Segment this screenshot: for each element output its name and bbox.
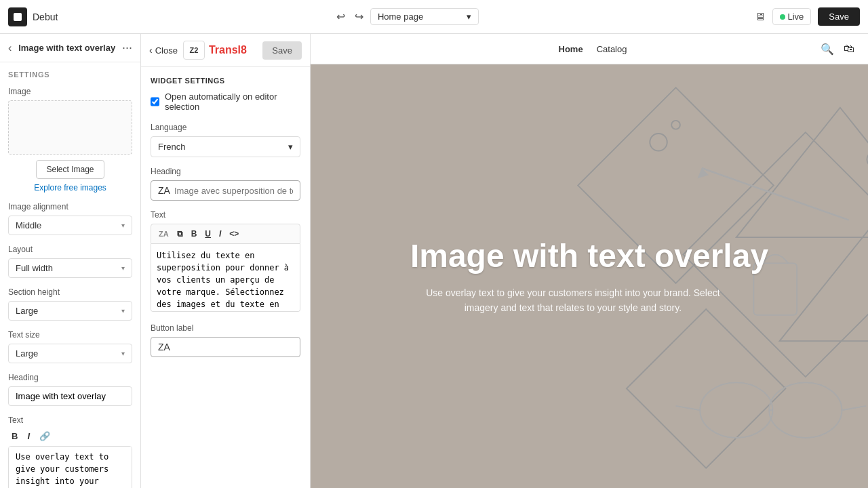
preview-nav-links: Home Catalog [559,44,627,54]
close-button[interactable]: ‹ Close [149,45,178,56]
left-panel: ‹ Image with text overlay ··· SETTINGS I… [0,34,141,488]
text-toolbar: B I 🔗 [8,429,132,443]
preview-area: Home Catalog 🔍 🛍 [311,34,868,488]
code-button[interactable]: <> [226,227,242,241]
auto-open-checkbox[interactable] [151,97,159,106]
language-label: Language [151,123,300,132]
svg-marker-3 [736,108,868,237]
main-layout: ‹ Image with text overlay ··· SETTINGS I… [0,34,868,488]
panel-header: ‹ Image with text overlay ··· [0,34,140,62]
store-icon [8,7,27,26]
undo-button[interactable]: ↩ [334,7,348,26]
section-height-label: Section height [8,287,132,297]
translation-save-button[interactable]: Save [262,41,302,60]
device-preview-button[interactable]: 🖥 [755,11,766,23]
italic-button[interactable]: I [24,429,33,443]
svg-line-16 [702,168,849,220]
settings-label: SETTINGS [8,70,132,79]
top-bar-left: Debut [8,7,58,26]
text-size-dropdown[interactable]: Large ▾ [8,344,132,363]
image-alignment-dropdown[interactable]: Middle ▾ [8,216,132,235]
panel-body: SETTINGS Image Select Image Explore free… [0,62,140,488]
select-image-button[interactable]: Select Image [36,160,104,179]
widget-settings-title: WIDGET SETTINGS [151,77,300,85]
translation-heading-label: Heading [151,167,300,176]
translation-panel: ‹ Close Z2 Transl8 Save WIDGET SETTINGS … [141,34,311,488]
layout-field: Layout Full width ▾ [8,245,132,278]
nav-catalog-link[interactable]: Catalog [597,44,627,54]
panel-title: Image with text overlay [12,43,122,53]
save-button[interactable]: Save [818,7,860,26]
button-label-translation-input[interactable] [174,342,293,352]
auto-open-row: Open automatically on editor selection [151,92,300,112]
text-label: Text [8,415,132,425]
button-label-input[interactable]: ZA [151,337,300,357]
hero-subtitle: Use overlay text to give your customers … [410,285,736,316]
explore-images-link[interactable]: Explore free images [8,183,132,192]
svg-point-12 [769,382,842,438]
image-alignment-field: Image alignment Middle ▾ [8,202,132,235]
svg-point-11 [700,382,772,438]
translation-text-label: Text [151,210,300,220]
bold-button[interactable]: B [8,429,21,443]
text-translation-textarea[interactable]: Utilisez du texte en superposition pour … [151,244,300,312]
translation-logo: Z2 Transl8 [183,41,257,60]
logo-icon: Z2 [183,41,205,60]
copy-button[interactable]: ⧉ [174,227,186,241]
svg-point-6 [671,121,680,129]
layout-dropdown[interactable]: Full width ▾ [8,258,132,278]
svg-line-14 [676,406,701,410]
preview-hero: Image with text overlay Use overlay text… [311,64,868,488]
heading-field: Heading [8,373,132,406]
logo-text: Transl8 [209,44,247,56]
top-bar-right: 🖥 Live Save [755,7,861,26]
text-editor-toolbar: ZA ⧉ B U I <> [151,224,300,244]
preview-nav-icons: 🔍 🛍 [821,43,854,56]
section-height-dropdown[interactable]: Large ▾ [8,301,132,321]
svg-marker-4 [780,211,868,341]
translation-panel-body: WIDGET SETTINGS Open automatically on ed… [141,67,310,488]
preview-nav: Home Catalog 🔍 🛍 [311,34,868,64]
italic-text-button[interactable]: I [216,227,224,241]
heading-label: Heading [8,373,132,382]
button-translate-flag: ZA [158,342,170,352]
translation-panel-header: ‹ Close Z2 Transl8 Save [141,34,310,67]
image-placeholder [8,100,132,155]
svg-line-15 [842,406,866,410]
hero-title: Image with text overlay [410,237,768,274]
svg-rect-0 [14,13,22,21]
image-label: Image [8,87,132,96]
link-button[interactable]: 🔗 [36,429,54,443]
heading-input[interactable] [8,386,132,406]
cart-icon[interactable]: 🛍 [844,43,854,55]
text-size-label: Text size [8,330,132,340]
redo-button[interactable]: ↪ [352,7,366,26]
top-bar-center: ↩ ↪ Home page ▾ [64,7,747,26]
layout-label: Layout [8,245,132,254]
live-dot [780,14,785,20]
text-size-field: Text size Large ▾ [8,330,132,363]
heading-translation-input[interactable] [174,186,293,196]
top-bar: Debut ↩ ↪ Home page ▾ 🖥 Live Save [0,0,868,34]
underline-text-button[interactable]: U [201,227,214,241]
nav-home-link[interactable]: Home [559,44,583,54]
text-field: Text B I 🔗 Use overlay text to give your… [8,415,132,488]
translate-flag-icon: ZA [158,185,170,196]
heading-translate-input[interactable]: ZA [151,180,300,201]
svg-point-5 [650,134,667,151]
translate-icon-button[interactable]: ZA [155,228,172,240]
bold-text-button[interactable]: B [188,227,201,241]
language-dropdown[interactable]: French ▾ [151,136,300,157]
text-textarea[interactable]: Use overlay text to give your customers … [8,446,132,488]
panel-more-button[interactable]: ··· [122,41,132,55]
image-field: Image Select Image Explore free images [8,87,132,192]
live-badge[interactable]: Live [772,8,812,25]
button-label-label: Button label [151,323,300,333]
store-name: Debut [33,12,58,22]
page-selector[interactable]: Home page ▾ [370,8,479,25]
search-icon[interactable]: 🔍 [821,43,834,56]
hero-content: Image with text overlay Use overlay text… [397,224,782,329]
button-label-section: Button label ZA [151,323,300,357]
section-height-field: Section height Large ▾ [8,287,132,321]
image-alignment-label: Image alignment [8,202,132,211]
